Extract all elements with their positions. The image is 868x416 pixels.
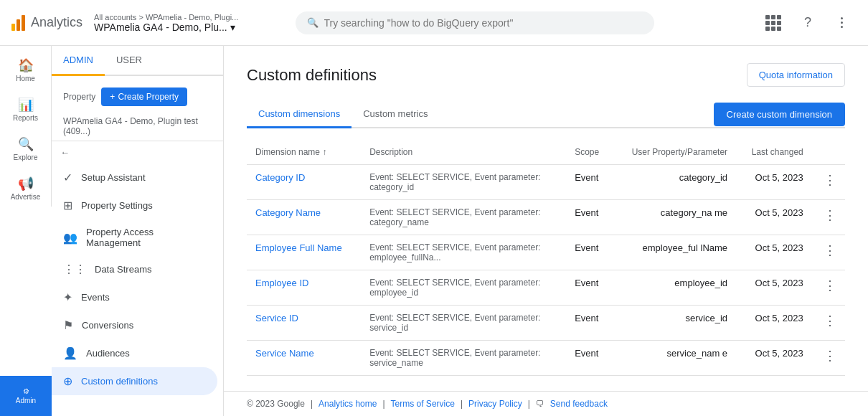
- dim-name-cell[interactable]: Category Name: [247, 200, 361, 235]
- sidebar-item-audiences[interactable]: 👤 Audiences: [52, 339, 217, 367]
- property-selector[interactable]: All accounts > WPAmelia - Demo, Plugi...…: [94, 13, 238, 33]
- content-tabs: Custom dimensions Custom metrics: [247, 101, 439, 127]
- sidebar-item-data-streams[interactable]: ⋮⋮ Data Streams: [52, 255, 217, 283]
- main-layout: 🏠 Home 📊 Reports 🔍 Explore 📢 Advertise ⚙…: [0, 46, 868, 416]
- tab-user[interactable]: USER: [105, 46, 154, 76]
- content-title-row: Custom definitions Quota information: [247, 63, 845, 87]
- sidebar-item-setup-assistant[interactable]: ✓ Setup Assistant: [52, 164, 217, 192]
- dim-param-cell: service_id: [612, 306, 736, 341]
- table-row: Employee Full Name Event: SELECT SERVICE…: [247, 235, 845, 270]
- events-label: Events: [81, 292, 110, 303]
- chevron-down-icon: ▾: [230, 22, 235, 33]
- logo-text: Analytics: [31, 15, 82, 30]
- property-access-label: Property Access Management: [86, 227, 206, 248]
- property-label-text: Property: [63, 92, 95, 102]
- property-name-dropdown[interactable]: WPAmelia GA4 - Demo, Plu... ▾: [94, 22, 238, 33]
- quota-button[interactable]: Quota information: [747, 63, 845, 87]
- col-header-name[interactable]: Dimension name ↑: [247, 140, 361, 165]
- footer: © 2023 Google | Analytics home | Terms o…: [224, 391, 868, 416]
- data-streams-icon: ⋮⋮: [63, 263, 86, 276]
- dim-name-cell[interactable]: Service Name: [247, 341, 361, 376]
- dim-desc-cell: Event: SELECT SERVICE, Event parameter: …: [361, 200, 566, 235]
- apps-button[interactable]: [759, 9, 788, 37]
- table-row: Service Name Event: SELECT SERVICE, Even…: [247, 341, 845, 376]
- back-button[interactable]: ←: [52, 141, 223, 164]
- dim-name-cell[interactable]: Employee Full Name: [247, 235, 361, 270]
- breadcrumb: All accounts > WPAmelia - Demo, Plugi...: [94, 13, 238, 22]
- dim-param-cell: service_nam e: [612, 341, 736, 376]
- dim-actions-cell[interactable]: ⋮: [812, 270, 845, 306]
- dim-name-cell[interactable]: Category ID: [247, 165, 361, 200]
- nav-explore-label: Explore: [14, 153, 38, 161]
- admin-button[interactable]: ⚙ Admin: [0, 376, 52, 416]
- audiences-icon: 👤: [63, 346, 77, 360]
- footer-analytics-home[interactable]: Analytics home: [319, 399, 377, 409]
- more-options-button[interactable]: [828, 9, 857, 37]
- col-header-param: User Property/Parameter: [612, 140, 736, 165]
- tabs-row: Custom dimensions Custom metrics Create …: [247, 101, 845, 128]
- col-header-changed: Last changed: [736, 140, 812, 165]
- conversions-icon: ⚑: [63, 318, 73, 332]
- property-label-row: Property + Create Property: [52, 82, 223, 112]
- help-button[interactable]: ?: [793, 9, 822, 37]
- sidebar-item-events[interactable]: ✦ Events: [52, 283, 217, 311]
- dim-name-cell[interactable]: Employee ID: [247, 270, 361, 306]
- tab-custom-metrics[interactable]: Custom metrics: [352, 101, 439, 128]
- sidebar-item-property-settings[interactable]: ⊞ Property Settings: [52, 192, 217, 219]
- create-property-label: Create Property: [118, 92, 179, 102]
- dim-scope-cell: Event: [566, 270, 612, 306]
- property-access-icon: 👥: [63, 231, 77, 245]
- col-header-actions: [812, 140, 845, 165]
- dim-param-cell: category_id: [612, 165, 736, 200]
- tab-custom-dimensions[interactable]: Custom dimensions: [247, 101, 352, 128]
- sidebar-item-reports[interactable]: 📊 Reports: [4, 91, 47, 128]
- footer-copyright: © 2023 Google: [247, 399, 305, 409]
- dim-actions-cell[interactable]: ⋮: [812, 165, 845, 200]
- data-streams-label: Data Streams: [95, 264, 151, 275]
- home-icon: 🏠: [18, 57, 34, 73]
- col-header-scope: Scope: [566, 140, 612, 165]
- property-sub-label: WPAmelia GA4 - Demo, Plugin test (409...…: [52, 112, 223, 141]
- nav-rail: 🏠 Home 📊 Reports 🔍 Explore 📢 Advertise: [0, 46, 52, 207]
- dim-desc-cell: Event: SELECT SERVICE, Event parameter: …: [361, 235, 566, 270]
- footer-terms[interactable]: Terms of Service: [391, 399, 455, 409]
- create-property-button[interactable]: + Create Property: [101, 88, 187, 106]
- sidebar-item-advertise[interactable]: 📢 Advertise: [4, 170, 47, 207]
- dim-scope-cell: Event: [566, 200, 612, 235]
- sidebar-item-explore[interactable]: 🔍 Explore: [4, 131, 47, 167]
- custom-definitions-label: Custom definitions: [81, 376, 158, 387]
- dim-param-cell: category_na me: [612, 200, 736, 235]
- dim-param-cell: employee_ful lName: [612, 235, 736, 270]
- dim-desc-cell: Event: SELECT SERVICE, Event parameter: …: [361, 341, 566, 376]
- property-settings-label: Property Settings: [81, 200, 153, 211]
- dim-actions-cell[interactable]: ⋮: [812, 235, 845, 270]
- footer-privacy[interactable]: Privacy Policy: [468, 399, 522, 409]
- dim-scope-cell: Event: [566, 235, 612, 270]
- sidebar-item-home[interactable]: 🏠 Home: [4, 52, 47, 88]
- events-icon: ✦: [63, 290, 72, 304]
- create-custom-dimension-button[interactable]: Create custom dimension: [714, 103, 845, 126]
- dim-scope-cell: Event: [566, 165, 612, 200]
- tab-admin[interactable]: ADMIN: [52, 46, 105, 76]
- sidebar-content: Property + Create Property WPAmelia GA4 …: [52, 76, 223, 416]
- advertise-icon: 📢: [18, 176, 34, 192]
- dim-changed-cell: Oct 5, 2023: [736, 165, 812, 200]
- topbar: Analytics All accounts > WPAmelia - Demo…: [0, 0, 868, 46]
- explore-icon: 🔍: [18, 136, 34, 152]
- footer-feedback[interactable]: Send feedback: [550, 399, 608, 409]
- sidebar-item-conversions[interactable]: ⚑ Conversions: [52, 311, 217, 339]
- dim-actions-cell[interactable]: ⋮: [812, 200, 845, 235]
- table-row: Service ID Event: SELECT SERVICE, Event …: [247, 306, 845, 341]
- dimensions-table: Dimension name ↑ Description Scope User …: [247, 140, 845, 376]
- sidebar-item-property-access[interactable]: 👥 Property Access Management: [52, 219, 217, 255]
- property-settings-icon: ⊞: [63, 199, 72, 212]
- dim-actions-cell[interactable]: ⋮: [812, 341, 845, 376]
- dim-name-cell[interactable]: Service ID: [247, 306, 361, 341]
- search-input[interactable]: [324, 17, 643, 29]
- logo: Analytics: [11, 15, 82, 31]
- conversions-label: Conversions: [82, 320, 133, 331]
- dim-desc-cell: Event: SELECT SERVICE, Event parameter: …: [361, 306, 566, 341]
- audiences-label: Audiences: [86, 348, 130, 359]
- dim-actions-cell[interactable]: ⋮: [812, 306, 845, 341]
- sidebar-item-custom-definitions[interactable]: ⊕ Custom definitions: [52, 367, 217, 395]
